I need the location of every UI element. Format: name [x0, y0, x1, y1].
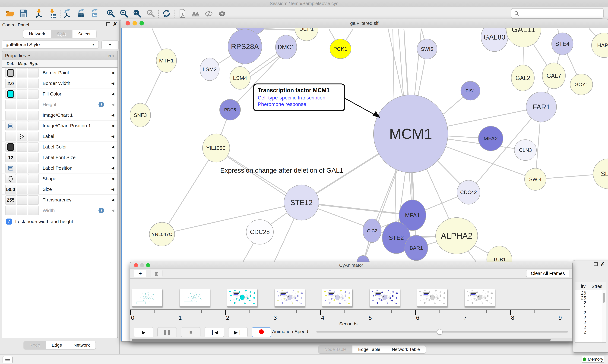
def-value-cell[interactable]: 12 [5, 153, 16, 162]
map-value-cell[interactable] [17, 174, 27, 183]
import-table-button[interactable] [47, 8, 58, 19]
expand-row-icon[interactable]: ◀ [111, 166, 114, 170]
network-node-rps28a[interactable]: RPS28A [228, 29, 262, 64]
network-node-mth1[interactable]: MTH1 [156, 49, 177, 72]
map-value-cell[interactable] [17, 90, 27, 99]
save-session-button[interactable] [18, 8, 28, 19]
stop-button[interactable]: ■ [181, 327, 200, 337]
byp-value-cell[interactable] [28, 90, 39, 99]
def-value-cell[interactable]: 50.0 [5, 185, 16, 194]
map-value-cell[interactable] [17, 111, 27, 120]
results-row[interactable]: 2 [575, 325, 606, 329]
expand-row-icon[interactable]: ◀ [111, 102, 114, 107]
def-value-cell[interactable] [5, 174, 16, 183]
cyanimator-titlebar[interactable]: CyAnimator [130, 262, 572, 269]
animation-speed-slider[interactable] [316, 331, 568, 333]
step-backward-button[interactable]: ❘◀ [205, 327, 224, 337]
zoom-in-button[interactable] [105, 8, 116, 19]
results-scrollbar[interactable] [602, 290, 606, 342]
tab-network[interactable]: Network [23, 30, 51, 38]
properties-header[interactable]: Properties ▾ » « [2, 51, 117, 60]
expand-row-icon[interactable]: ◀ [111, 71, 114, 75]
tab-style[interactable]: Style [51, 30, 72, 38]
search-field[interactable] [511, 8, 604, 19]
table-tab-node-table[interactable]: Node Table [318, 346, 352, 353]
network-node-far1[interactable]: FAR1 [526, 92, 556, 122]
results-row[interactable]: 2 [575, 315, 606, 320]
byp-value-cell[interactable] [28, 174, 39, 183]
window-zoom-icon[interactable] [139, 21, 144, 26]
network-node-gal80[interactable]: GAL80 [481, 28, 508, 52]
float-panel-icon[interactable] [106, 22, 110, 26]
map-value-cell[interactable] [17, 132, 27, 141]
annotation-link[interactable]: Cell-type-specific transcription [258, 95, 340, 101]
property-row-width[interactable]: Widthi◀ [2, 205, 117, 216]
network-node-mcm1[interactable]: MCM1 [373, 95, 448, 173]
def-value-cell[interactable] [5, 100, 16, 109]
expand-row-icon[interactable]: ◀ [111, 92, 114, 96]
def-value-cell[interactable] [5, 111, 16, 120]
map-value-cell[interactable] [17, 206, 27, 215]
def-value-cell[interactable] [5, 90, 16, 99]
network-node-ynl047c[interactable]: YNL047C [149, 222, 175, 246]
expand-row-icon[interactable]: ◀ [111, 176, 114, 181]
property-row-size[interactable]: 50.0Size◀ [2, 184, 117, 195]
network-window-titlebar[interactable]: galFiltered.sif [121, 19, 608, 28]
network-node-lsm2[interactable]: LSM2 [200, 58, 219, 81]
network-node-pdc5[interactable]: PDC5 [220, 99, 240, 120]
frame-thumbnail-4[interactable] [322, 289, 352, 307]
network-node-dmc1[interactable]: DMC1 [276, 35, 297, 59]
expand-row-icon[interactable]: ◀ [111, 145, 114, 149]
network-node-ste12[interactable]: STE12 [284, 185, 319, 220]
clear-all-frames-button[interactable]: Clear All Frames [526, 270, 569, 277]
window-close-icon[interactable] [134, 263, 138, 267]
map-value-cell[interactable] [17, 185, 27, 194]
export-table-button[interactable] [76, 8, 87, 19]
property-row-border-width[interactable]: 2.0Border Width◀ [2, 78, 117, 89]
network-node-cln3[interactable]: CLN3 [514, 140, 537, 160]
network-node-swi5[interactable]: SWI5 [417, 39, 437, 59]
network-caption[interactable]: Expression change after deletion of GAL1 [220, 167, 379, 174]
results-row[interactable]: 26 [575, 290, 606, 295]
byp-value-cell[interactable] [28, 68, 39, 78]
results-row[interactable]: 1 [575, 305, 606, 310]
expand-row-icon[interactable]: ◀ [111, 155, 114, 160]
property-row-shape[interactable]: Shape◀ [2, 173, 117, 184]
def-value-cell[interactable] [5, 121, 16, 130]
info-icon[interactable]: i [98, 208, 104, 213]
frame-thumbnail-5[interactable] [370, 289, 400, 307]
table-mode-button[interactable] [2, 356, 13, 363]
map-value-cell[interactable] [17, 153, 27, 162]
property-row-label[interactable]: Label◀ [2, 131, 117, 142]
frame-thumbnail-1[interactable] [180, 289, 210, 307]
property-row-image-chart-position-1[interactable]: Image/Chart Position 1◀ [2, 120, 117, 131]
results-row[interactable]: 2 [575, 300, 606, 305]
def-value-cell[interactable]: 2.0 [5, 79, 16, 88]
results-row[interactable]: 2 [575, 320, 606, 325]
add-frame-button[interactable]: + [134, 270, 146, 277]
byp-value-cell[interactable] [28, 153, 39, 162]
network-node-ste4[interactable]: STE4 [552, 33, 573, 55]
map-value-cell[interactable] [17, 164, 27, 173]
record-button[interactable] [252, 327, 271, 337]
scrollbar-thumb[interactable] [132, 339, 551, 341]
expand-row-icon[interactable]: ◀ [111, 134, 114, 139]
style-target-tab-network[interactable]: Network [68, 341, 96, 349]
network-node-snf3[interactable]: SNF3 [130, 103, 151, 127]
animation-timeline[interactable]: 0123456789Seconds [130, 278, 572, 326]
properties-menu-icon[interactable]: ▾ [28, 54, 30, 58]
def-value-cell[interactable] [5, 143, 16, 152]
pause-button[interactable]: ❚❚ [157, 327, 177, 337]
results-row[interactable]: 2 [575, 329, 606, 334]
property-row-height[interactable]: Heighti◀ [2, 99, 117, 110]
network-node-gal7[interactable]: GAL7 [542, 63, 566, 89]
byp-value-cell[interactable] [28, 164, 39, 173]
frame-thumbnail-6[interactable] [417, 289, 447, 307]
zoom-fit-button[interactable] [132, 8, 142, 19]
export-network-button[interactable] [63, 8, 73, 19]
table-tab-network-table[interactable]: Network Table [386, 346, 426, 353]
zoom-out-button[interactable] [119, 8, 129, 19]
network-node-yil105c[interactable]: YIL105C [203, 134, 230, 162]
zoom-selected-button[interactable] [145, 8, 156, 19]
network-node-slt2[interactable]: SLT2 [593, 159, 608, 189]
